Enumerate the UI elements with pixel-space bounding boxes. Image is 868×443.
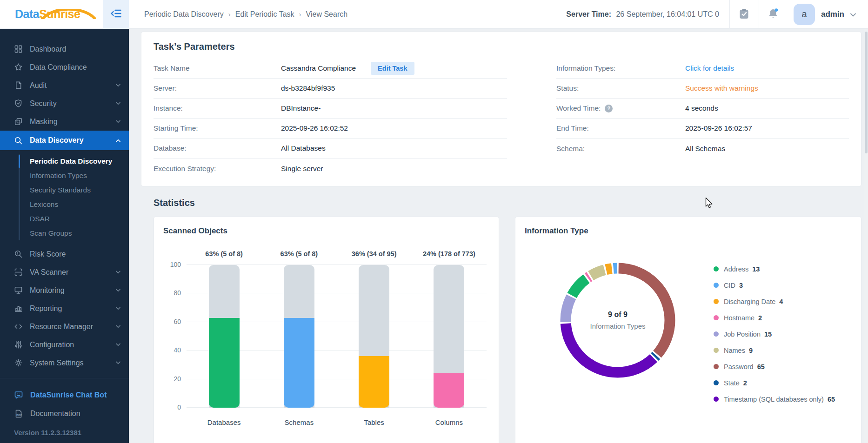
param-label: Server: <box>154 84 281 93</box>
param-value: 2025-09-26 16:02:57 <box>685 124 752 132</box>
param-value: All Databases <box>281 144 326 152</box>
y-axis-tick: 100 <box>170 261 181 268</box>
chevron-up-icon <box>116 139 120 142</box>
chat-bot-icon <box>14 390 23 400</box>
bar-group-columns: 24% (178 of 773) Columns <box>412 265 487 408</box>
sidebar-item-configuration[interactable]: Configuration <box>0 336 129 354</box>
bar-value-label: 36% (34 of 95) <box>337 250 412 258</box>
param-label: Worked Time: ? <box>556 104 685 112</box>
legend-item-discharging-date[interactable]: Discharging Date 4 <box>714 293 835 310</box>
notifications-button[interactable] <box>759 0 788 29</box>
param-row-status: Status: Success with warnings <box>556 79 849 99</box>
sidebar-item-reporting[interactable]: Reporting <box>0 299 129 317</box>
gear-icon <box>14 358 23 367</box>
legend-item-password[interactable]: Password 65 <box>714 358 835 375</box>
statistics-title: Statistics <box>154 198 868 208</box>
document-icon <box>14 81 23 90</box>
sidebar-subitem-dsar[interactable]: DSAR <box>0 212 129 226</box>
legend-item-cid[interactable]: CID 3 <box>714 277 835 293</box>
chevron-down-icon <box>116 271 120 274</box>
bar-track <box>209 265 240 408</box>
legend-item-timestamp-sql-databases-only[interactable]: Timestamp (SQL databases only) 65 <box>714 391 835 407</box>
bar-chart-plot: 0 20 40 60 80 100 63% (5 of 8) Databases… <box>187 265 487 408</box>
sidebar-item-resource-manager[interactable]: Resource Manager <box>0 317 129 336</box>
information-type-card: Information Type 9 of 9 Information Type… <box>515 217 861 443</box>
edit-task-button[interactable]: Edit Task <box>371 62 414 75</box>
version-label: Version 11.2.3.12381 <box>0 423 129 436</box>
chevron-down-icon <box>116 102 120 105</box>
chevron-down-icon <box>116 325 120 328</box>
collapse-sidebar-button[interactable] <box>103 0 129 29</box>
donut-ring <box>557 260 678 381</box>
param-value: 4 seconds <box>685 104 718 112</box>
bar-fill-tables <box>359 356 389 408</box>
sidebar-subitem-security-standards[interactable]: Security Standards <box>0 183 129 197</box>
risk-magnifier-icon <box>14 250 23 258</box>
sidebar-item-audit[interactable]: Audit <box>0 76 129 94</box>
legend-item-hostname[interactable]: Hostname 2 <box>714 310 835 326</box>
bar-track <box>359 265 389 408</box>
sidebar-item-security[interactable]: Security <box>0 94 129 112</box>
page-scrollbar[interactable] <box>864 29 868 443</box>
task-parameters-title: Task’s Parameters <box>154 41 849 52</box>
search-icon <box>14 136 23 145</box>
grid-icon <box>14 45 23 53</box>
legend-dot <box>714 315 719 320</box>
sidebar-item-system-settings[interactable]: System Settings <box>0 354 129 372</box>
sliders-icon <box>14 340 23 349</box>
sidebar-item-documentation[interactable]: DOC Documentation <box>0 404 129 423</box>
bar-value-label: 63% (5 of 8) <box>187 250 261 258</box>
sidebar-item-risk-score[interactable]: Risk Score <box>0 245 129 263</box>
chevron-down-icon <box>116 343 120 346</box>
param-row-end-time: End Time: 2025-09-26 16:02:57 <box>556 119 849 139</box>
legend-item-job-position[interactable]: Job Position 15 <box>714 326 835 342</box>
sidebar-item-monitoring[interactable]: Monitoring <box>0 281 129 299</box>
bar-chart-icon <box>14 304 23 313</box>
breadcrumb-periodic-data-discovery[interactable]: Periodic Data Discovery <box>144 10 224 19</box>
bar-value-label: 63% (5 of 8) <box>261 250 336 258</box>
breadcrumb-view-search[interactable]: View Search <box>306 10 348 19</box>
legend-item-names[interactable]: Names 9 <box>714 342 835 358</box>
sidebar-item-masking[interactable]: Masking <box>0 112 129 131</box>
param-label: Starting Time: <box>154 124 281 132</box>
sidebar-item-dashboard[interactable]: Dashboard <box>0 40 129 58</box>
chevron-down-icon <box>850 10 856 19</box>
monitor-icon <box>14 286 23 295</box>
legend-item-address[interactable]: Address 13 <box>714 261 835 277</box>
sidebar-item-data-discovery[interactable]: Data Discovery <box>0 131 129 150</box>
param-label: Execution Strategy: <box>154 165 281 173</box>
scrollbar-thumb[interactable] <box>865 32 868 153</box>
sidebar-item-va-scanner[interactable]: VA Scanner <box>0 263 129 281</box>
legend-dot <box>714 283 719 288</box>
sidebar-subitem-information-types[interactable]: Information Types <box>0 168 129 183</box>
legend-dot <box>714 331 719 337</box>
active-submenu-rail <box>19 155 20 168</box>
param-value: ds-b3284bf9f935 <box>281 84 335 93</box>
sidebar-bottom: DataSunrise Chat Bot DOC Documentation V… <box>0 378 129 443</box>
tasks-clipboard-button[interactable] <box>730 0 759 29</box>
masking-layers-icon <box>14 117 23 126</box>
donut-chart: 9 of 9 Information Types <box>557 260 678 381</box>
legend-item-state[interactable]: State 2 <box>714 375 835 391</box>
help-icon[interactable]: ? <box>605 105 613 112</box>
user-menu[interactable]: a admin <box>788 4 868 25</box>
param-row-information-types: Information Types: Click for details <box>556 59 849 79</box>
shield-check-icon <box>14 99 23 108</box>
sidebar-item-chat-bot[interactable]: DataSunrise Chat Bot <box>0 386 129 404</box>
bell-icon <box>768 8 779 21</box>
sidebar-subitem-scan-groups[interactable]: Scan Groups <box>0 226 129 240</box>
y-axis-tick: 0 <box>177 403 181 411</box>
legend-dot <box>714 266 719 271</box>
param-row-server: Server: ds-b3284bf9f935 <box>154 79 507 99</box>
server-time-label: Server Time: <box>566 10 611 18</box>
chat-bot-label: DataSunrise Chat Bot <box>30 391 107 399</box>
documentation-icon: DOC <box>14 409 23 418</box>
sidebar-subitem-lexicons[interactable]: Lexicons <box>0 197 129 212</box>
chevron-down-icon <box>116 307 120 310</box>
breadcrumb-edit-periodic-task[interactable]: Edit Periodic Task <box>235 10 294 19</box>
header-right: Server Time: 26 September, 16:04:01 UTC … <box>566 0 868 28</box>
star-icon <box>14 63 23 72</box>
param-value-link[interactable]: Click for details <box>685 64 734 73</box>
sidebar-item-data-compliance[interactable]: Data Compliance <box>0 58 129 76</box>
datasunrise-logo[interactable]: DataSunrise <box>0 7 103 21</box>
